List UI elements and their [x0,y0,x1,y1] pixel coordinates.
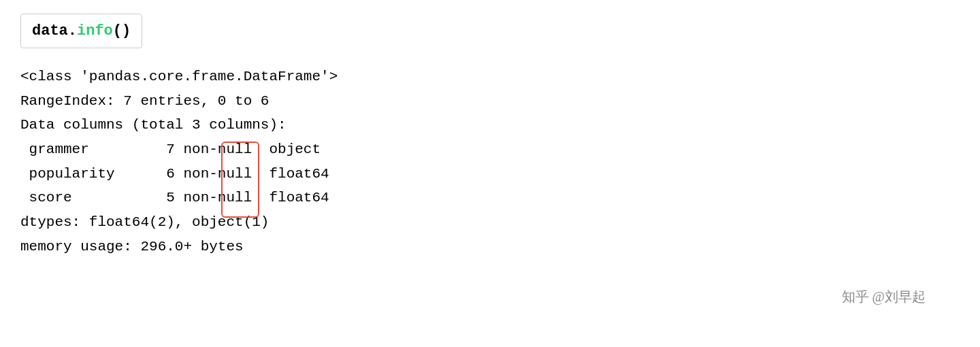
output-line-3: Data columns (total 3 columns): [20,113,960,137]
code-input-box: data.info() [20,14,142,48]
output-line-4: grammer 7 non-null object [20,137,960,162]
output-line-7: dtypes: float64(2), object(1) [20,210,960,235]
code-prefix: data [32,22,68,39]
output-line-1: <class 'pandas.core.frame.DataFrame'> [20,65,960,89]
code-parens: () [113,22,131,39]
output-line-5: popularity 6 non-null float64 [20,162,960,186]
output-block: <class 'pandas.core.frame.DataFrame'> Ra… [20,65,960,259]
output-line-8: memory usage: 296.0+ bytes [20,235,960,259]
page-container: data.info() <class 'pandas.core.frame.Da… [0,0,980,347]
watermark: 知乎 @刘早起 [842,288,926,306]
code-dot: . [68,22,77,39]
code-method: info [77,22,113,39]
output-line-2: RangeIndex: 7 entries, 0 to 6 [20,89,960,114]
code-input-text: data.info() [32,22,131,39]
output-line-6: score 5 non-null float64 [20,186,960,210]
